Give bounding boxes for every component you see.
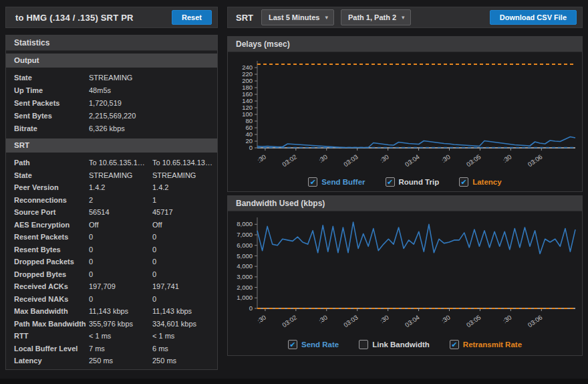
- delays-chart-title: Delays (msec): [228, 37, 582, 52]
- srt-stat-label: Latency: [14, 355, 89, 367]
- y-tick-label: 100: [242, 110, 253, 118]
- srt-stat-value: 250 ms: [89, 355, 152, 367]
- reset-button[interactable]: Reset: [172, 10, 212, 25]
- srt-stat-value: 11,143 kbps: [89, 305, 152, 318]
- time-range-dropdown[interactable]: Last 5 Minutes ▾: [261, 9, 334, 25]
- output-stat-row: StateSTREAMING: [6, 72, 217, 84]
- checked-checkbox-icon[interactable]: ✔: [308, 177, 317, 187]
- srt-stat-label: AES Encryption: [14, 219, 89, 231]
- x-tick-label: 03:03: [342, 153, 359, 169]
- y-tick-label: 8,000: [237, 220, 253, 227]
- y-tick-label: 60: [245, 124, 253, 131]
- srt-stat-label: Path: [14, 157, 89, 169]
- srt-stat-value: 197,741: [152, 280, 217, 293]
- srt-stat-value: 1: [152, 194, 217, 207]
- srt-stat-row: Latency250 ms250 ms: [6, 355, 217, 367]
- bandwidth-panel: Bandwidth Used (kbps) 01,0002,0003,0004,…: [227, 195, 583, 356]
- srt-stat-value: 334,601 kbps: [152, 318, 217, 330]
- srt-stat-value: 355,976 kbps: [89, 318, 152, 330]
- srt-stat-label: Dropped Bytes: [14, 268, 89, 281]
- srt-stat-value: 11,143 kbps: [152, 305, 217, 318]
- output-section-header: Output: [6, 54, 217, 68]
- y-tick-label: 200: [242, 77, 253, 84]
- y-tick-label: 6,000: [237, 242, 253, 249]
- x-tick-label: :30: [440, 314, 452, 325]
- checked-checkbox-icon[interactable]: ✔: [459, 177, 468, 187]
- legend-item-link-bandwidth[interactable]: Link Bandwidth: [359, 340, 430, 349]
- statistics-panel: Statistics Output StateSTREAMINGUp Time4…: [5, 35, 218, 370]
- legend-item-send-rate[interactable]: ✔Send Rate: [288, 340, 339, 349]
- output-stat-value: 2,215,569,220: [89, 110, 152, 122]
- srt-stat-row: Peer Version1.4.21.4.2: [6, 181, 217, 194]
- srt-stat-value: 0: [152, 256, 217, 268]
- y-tick-label: 1,000: [237, 294, 253, 301]
- legend-item-send-buffer[interactable]: ✔Send Buffer: [308, 177, 365, 187]
- x-tick-label: :30: [256, 153, 267, 165]
- download-csv-button[interactable]: Download CSV File: [490, 10, 577, 25]
- x-tick-label: :30: [379, 153, 390, 165]
- srt-stat-row: Dropped Bytes00: [6, 268, 217, 281]
- srt-stat-value: 0: [152, 231, 217, 244]
- srt-stat-label: Source Port: [14, 206, 89, 219]
- x-tick-label: :30: [256, 314, 267, 325]
- srt-stat-value: 0: [152, 244, 217, 256]
- legend-item-retransmit-rate[interactable]: ✔Retransmit Rate: [450, 340, 522, 349]
- delays-chart: 020406080100120140160180200220240:3003:0…: [229, 53, 582, 171]
- srt-stat-value: 56514: [89, 206, 152, 219]
- bandwidth-chart: 01,0002,0003,0004,0005,0006,0007,0008,00…: [229, 212, 582, 332]
- srt-stat-label: Resent Packets: [14, 231, 89, 244]
- output-stat-row: Sent Bytes2,215,569,220: [6, 110, 217, 122]
- y-tick-label: 140: [242, 97, 253, 104]
- bandwidth-chart-title: Bandwidth Used (kbps): [228, 196, 582, 211]
- unchecked-checkbox-icon[interactable]: [359, 340, 368, 349]
- srt-toolbar: SRT Last 5 Minutes ▾ Path 1, Path 2 ▾ Do…: [227, 7, 583, 28]
- legend-label-send-rate: Send Rate: [301, 341, 339, 349]
- srt-stat-value: STREAMING: [89, 169, 152, 182]
- legend-item-round-trip[interactable]: ✔Round Trip: [386, 177, 440, 187]
- output-stat-label: Bitrate: [14, 122, 89, 135]
- path-select-dropdown[interactable]: Path 1, Path 2 ▾: [341, 9, 411, 25]
- y-tick-label: 4,000: [237, 262, 253, 270]
- checked-checkbox-icon[interactable]: ✔: [450, 340, 459, 349]
- statistics-header: Statistics: [6, 35, 217, 51]
- srt-stat-label: State: [14, 169, 89, 182]
- y-tick-label: 2,000: [237, 284, 253, 291]
- srt-stat-row: Received NAKs00: [6, 293, 217, 306]
- srt-stat-value: 1.4.2: [152, 181, 217, 194]
- srt-stat-label: Max Bandwidth: [14, 305, 89, 318]
- x-tick-label: :30: [317, 314, 329, 325]
- srt-stat-value: To 10.65.134.133 e…: [152, 157, 217, 169]
- x-tick-label: :30: [440, 153, 452, 165]
- x-tick-label: 03:04: [404, 314, 421, 329]
- srt-toolbar-label: SRT: [236, 13, 253, 23]
- x-tick-label: 03:05: [465, 314, 482, 329]
- x-tick-label: 03:03: [342, 314, 359, 329]
- srt-stat-row: AES EncryptionOffOff: [6, 219, 217, 231]
- y-tick-label: 220: [242, 70, 253, 78]
- y-tick-label: 5,000: [237, 252, 253, 260]
- x-tick-label: :30: [379, 314, 390, 325]
- srt-stat-value: < 1 ms: [89, 330, 152, 343]
- x-tick-label: 03:02: [281, 153, 298, 169]
- x-tick-label: 03:06: [527, 314, 544, 329]
- srt-stat-value: Off: [152, 219, 217, 231]
- srt-stat-label: Peer Version: [14, 181, 89, 194]
- path-select-value: Path 1, Path 2: [348, 13, 396, 21]
- legend-item-latency[interactable]: ✔Latency: [459, 177, 501, 187]
- srt-stat-row: Resent Packets00: [6, 231, 217, 244]
- srt-stat-value: STREAMING: [152, 169, 217, 182]
- srt-stat-value: 7 ms: [89, 343, 152, 355]
- checked-checkbox-icon[interactable]: ✔: [386, 177, 395, 187]
- legend-label-link-bandwidth: Link Bandwidth: [372, 341, 430, 349]
- srt-stat-value: 6 ms: [152, 343, 217, 355]
- checked-checkbox-icon[interactable]: ✔: [288, 340, 297, 349]
- srt-stat-row: Local Buffer Level7 ms6 ms: [6, 343, 217, 355]
- srt-stat-value: Off: [89, 219, 152, 231]
- srt-stat-row: Path Max Bandwidth355,976 kbps334,601 kb…: [6, 318, 217, 330]
- srt-section-header: SRT: [6, 138, 217, 153]
- output-stat-row: Sent Packets1,720,519: [6, 97, 217, 110]
- srt-stat-label: Resent Bytes: [14, 244, 89, 256]
- srt-stat-label: RTT: [14, 330, 89, 343]
- srt-stat-value: 0: [89, 256, 152, 268]
- legend-label-send-buffer: Send Buffer: [321, 178, 365, 186]
